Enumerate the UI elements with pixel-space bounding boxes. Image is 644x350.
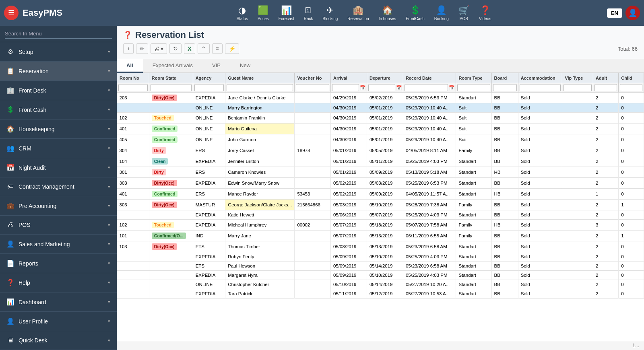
table-row[interactable]: 104CleanEXPEDIAJennifer Britton05/01/201…	[117, 156, 644, 167]
filter-input-adult[interactable]	[594, 84, 617, 91]
nav-icon-prices[interactable]: 🟩Prices	[254, 4, 273, 23]
collapse-icon: ⌃	[201, 45, 206, 52]
sidebar-item-contractmgmt[interactable]: 🏷 Contract Management ▾	[0, 177, 117, 196]
nav-icon-inhouses[interactable]: 🏠In houses	[375, 4, 400, 23]
table-row[interactable]: 304DirtyERSJorry Cassel1897805/01/201905…	[117, 145, 644, 156]
table-row[interactable]: ONLINEChristopher Kutcher05/10/201905/14…	[117, 280, 644, 289]
page-help-icon[interactable]: ❓	[123, 31, 132, 39]
col-header-board[interactable]: Board	[491, 73, 518, 83]
col-header-room-state[interactable]: Room State	[149, 73, 193, 83]
sidebar-item-reports[interactable]: 📄 Reports ▾	[0, 254, 117, 273]
nav-icon-frontcash[interactable]: 💲FrontCash	[402, 4, 429, 23]
user-avatar[interactable]: 👤	[625, 6, 640, 20]
col-header-record-date[interactable]: Record Date	[403, 73, 456, 83]
filter-input-departure[interactable]	[368, 84, 395, 91]
col-header-room-no[interactable]: Room No	[117, 73, 149, 83]
table-row[interactable]: ONLINEMarry Barrington04/30/201905/01/20…	[117, 103, 644, 113]
sidebar-item-housekeeping[interactable]: 🏠 Housekeeping ▾	[0, 119, 117, 139]
nav-icon-reservation[interactable]: 🏨Reservation	[343, 4, 373, 23]
sidebar-item-preaccounting[interactable]: 💼 Pre Accounting ▾	[0, 196, 117, 216]
table-row[interactable]: ETSPaul Hewson05/09/201905/14/201905/23/…	[117, 261, 644, 271]
print-button[interactable]: 🖨 ▾	[151, 43, 167, 54]
cal-icon-departure[interactable]: 📅	[396, 85, 402, 91]
col-header-accommodation[interactable]: Accommodation	[518, 73, 562, 83]
tab-expected[interactable]: Expected Arrivals	[143, 59, 202, 73]
language-button[interactable]: EN	[607, 8, 622, 18]
sidebar-item-nightaudit[interactable]: 📅 Night Audit ▾	[0, 158, 117, 177]
table-row[interactable]: 203Dirty(Occ)EXPEDIAJane Clarke / Dennis…	[117, 93, 644, 103]
add-button[interactable]: +	[123, 43, 134, 54]
hamburger-button[interactable]: ☰	[4, 6, 19, 20]
menu-button[interactable]: ≡	[212, 43, 223, 54]
sidebar-item-quickdesk[interactable]: 🖥 Quick Desk ▾	[0, 331, 117, 350]
table-row[interactable]: 102TouchedEXPEDIAMicheal Humphrey0000205…	[117, 220, 644, 231]
cal-icon-record-date[interactable]: 📅	[449, 85, 454, 91]
sidebar-item-dashboard[interactable]: 📊 Dashboard ▾	[0, 292, 117, 312]
filter-input-room-state[interactable]	[151, 84, 192, 91]
filter-input-child[interactable]	[620, 84, 642, 91]
col-header-vip-type[interactable]: Vip Type	[562, 73, 593, 83]
sidebar-item-salesmarketing[interactable]: 👤 Sales and Marketing ▾	[0, 235, 117, 254]
sidebar-search-input[interactable]	[5, 29, 112, 39]
filter-input-arrival[interactable]	[332, 84, 359, 91]
filter-input-room-no[interactable]	[118, 84, 148, 91]
filter-input-record-date[interactable]	[405, 84, 448, 91]
filter-input-accommodation[interactable]	[520, 84, 561, 91]
nav-icon-forecast[interactable]: 📊Forecast	[275, 4, 298, 23]
cell-guest-name: Katie Hewett	[225, 210, 295, 220]
col-header-guest-name[interactable]: Guest Name	[225, 73, 295, 83]
filter-input-board[interactable]	[493, 84, 517, 91]
table-row[interactable]: 102TouchedONLINEBenjamin Franklin04/30/2…	[117, 113, 644, 124]
filter-input-agency[interactable]	[194, 84, 224, 91]
col-header-voucher-no[interactable]: Voucher No	[295, 73, 331, 83]
lightning-button[interactable]: ⚡	[225, 43, 239, 54]
filter-input-vip-type[interactable]	[564, 84, 592, 91]
table-row[interactable]: EXPEDIATara Patrick05/11/201905/12/20190…	[117, 289, 644, 299]
nav-icon-rack[interactable]: 🗓Rack	[300, 4, 317, 23]
col-header-arrival[interactable]: Arrival	[330, 73, 367, 83]
filter-input-guest-name[interactable]	[227, 84, 293, 91]
cell-room-state: Clean	[149, 156, 193, 167]
sidebar-item-pos[interactable]: 🖨 POS ▾	[0, 216, 117, 235]
refresh-button[interactable]: ↻	[169, 43, 182, 54]
table-row[interactable]: 101Confirmed(O...INDMarry Jane05/07/2019…	[117, 231, 644, 241]
nav-icon-videos[interactable]: ❓Videos	[475, 4, 495, 23]
table-row[interactable]: 405ConfirmedONLINEJohn Garmon04/30/20190…	[117, 134, 644, 145]
nav-icon-blocking[interactable]: ✈Blocking	[319, 4, 342, 23]
nav-icon-pos[interactable]: 🛒POS	[454, 4, 473, 23]
table-row[interactable]: 303Dirty(Occ)MASTURGeorge Jackson/Claire…	[117, 200, 644, 210]
collapse-button[interactable]: ⌃	[198, 43, 210, 54]
excel-button[interactable]: X	[184, 43, 195, 54]
tab-all[interactable]: All	[117, 59, 143, 73]
col-header-child[interactable]: Child	[619, 73, 644, 83]
col-header-departure[interactable]: Departure	[367, 73, 403, 83]
table-row[interactable]: 401ConfirmedERSMance Rayder5345305/02/20…	[117, 189, 644, 200]
table-row[interactable]: 301DirtyERSCameron Knowles05/01/201905/0…	[117, 167, 644, 178]
sidebar-item-help[interactable]: ❓ Help ▾	[0, 273, 117, 292]
tab-vip[interactable]: VIP	[202, 59, 230, 73]
nav-icon-booking[interactable]: 👤Booking	[430, 4, 453, 23]
col-header-room-type[interactable]: Room Type	[456, 73, 491, 83]
sidebar-item-frontcash[interactable]: 💲 Front Cash ▾	[0, 100, 117, 119]
cell-voucher	[295, 210, 331, 220]
filter-input-voucher-no[interactable]	[296, 84, 329, 91]
sidebar-item-reservation[interactable]: 📋 Reservation ▾	[0, 62, 117, 81]
tab-new[interactable]: New	[230, 59, 260, 73]
col-header-adult[interactable]: Adult	[593, 73, 619, 83]
table-container[interactable]: Room NoRoom StateAgencyGuest NameVoucher…	[117, 73, 644, 341]
table-row[interactable]: EXPEDIAMargaret Hyra05/09/201905/10/2019…	[117, 271, 644, 280]
sidebar-item-frontdesk[interactable]: 🏢 Front Desk ▾	[0, 81, 117, 100]
filter-input-room-type[interactable]	[457, 84, 490, 91]
col-header-agency[interactable]: Agency	[193, 73, 225, 83]
sidebar-item-crm[interactable]: 👥 CRM ▾	[0, 139, 117, 158]
nav-icon-status[interactable]: ◑Status	[233, 4, 252, 23]
table-row[interactable]: 303Dirty(Occ)EXPEDIAEdwin Snow/Marry Sno…	[117, 178, 644, 189]
table-row[interactable]: EXPEDIARobyn Fenty05/09/201905/10/201905…	[117, 252, 644, 261]
cal-icon-arrival[interactable]: 📅	[360, 85, 365, 91]
sidebar-item-setup[interactable]: ⚙ Setup ▾	[0, 42, 117, 62]
edit-button[interactable]: ✏	[136, 43, 148, 54]
table-row[interactable]: EXPEDIAKatie Hewett05/06/201905/07/20190…	[117, 210, 644, 220]
table-row[interactable]: 401ConfirmedONLINEMario Guilena04/30/201…	[117, 124, 644, 134]
table-row[interactable]: 103Dirty(Occ)ETSThomas Timber05/08/20190…	[117, 241, 644, 252]
sidebar-item-userprofile[interactable]: 👤 User Profile ▾	[0, 312, 117, 331]
